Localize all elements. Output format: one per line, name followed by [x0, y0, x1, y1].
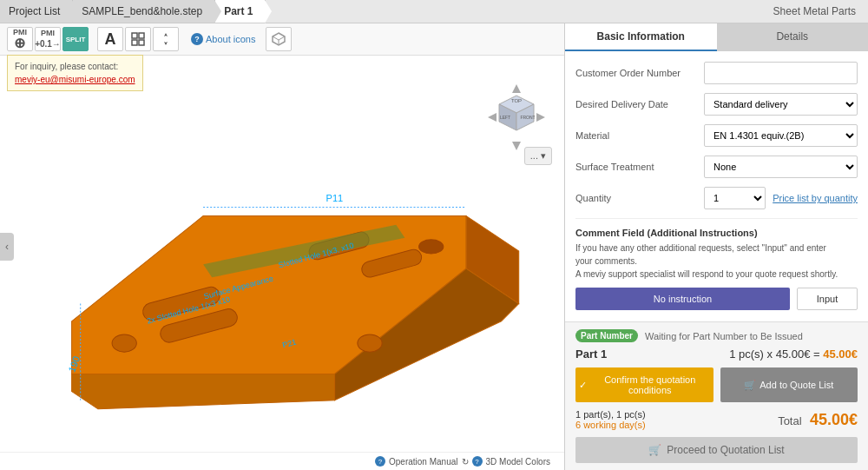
help2-icon: ?	[472, 456, 483, 467]
part-price: 1 pc(s) x 45.00€ = 45.00€	[729, 348, 858, 361]
split-button[interactable]: SPLIT	[62, 27, 89, 51]
cart-icon: 🛒	[744, 380, 756, 391]
part-number-badge: Part Number	[575, 329, 638, 342]
info-icon: ?	[191, 33, 203, 45]
quantity-select[interactable]: 1 2 5 10	[704, 187, 766, 209]
comment-text: If you have any other additional request…	[575, 242, 858, 281]
delivery-select[interactable]: Standard delivery Express Custom	[704, 93, 858, 116]
svg-rect-1	[139, 33, 144, 38]
about-icons-link[interactable]: ? About icons	[191, 33, 255, 45]
total-parts: 1 part(s), 1 pc(s)	[575, 409, 646, 420]
material-select[interactable]: EN 1.4301 equiv.(2B) Other	[704, 124, 858, 147]
3d-model-svg: 190 P11 Surface Appearance Slotted Hole …	[0, 76, 564, 427]
svg-line-7	[279, 36, 285, 40]
surface-label: Surface Treatment	[575, 162, 697, 172]
tab-details[interactable]: Details	[717, 23, 869, 51]
refresh-icon: ↻	[462, 457, 469, 467]
tab-basic-info[interactable]: Basic Information	[565, 23, 717, 51]
total-price-block: Total 45.00€	[778, 411, 858, 429]
svg-text:P11: P11	[326, 193, 344, 203]
inquiry-box: For inquiry, please contact: meviy-eu@mi…	[7, 55, 143, 91]
breadcrumb-part[interactable]: Part 1	[215, 0, 266, 23]
comment-buttons: No instruction Input	[575, 288, 858, 310]
delivery-label: Desired Delivery Date	[575, 99, 697, 109]
add-to-quote-list-button[interactable]: 🛒 Add to Quote List	[720, 367, 858, 402]
part-number-row: Part Number Waiting for Part Number to B…	[575, 329, 858, 342]
svg-point-27	[112, 334, 136, 352]
total-price: 45.00€	[810, 411, 858, 428]
operation-manual-link[interactable]: ? Operation Manual ↻	[375, 456, 469, 467]
pmi1-button[interactable]: PMI ⊕	[7, 27, 33, 51]
part-price-total: 45.00€	[823, 348, 858, 361]
quantity-label: Quantity	[575, 193, 697, 203]
no-instruction-button[interactable]: No instruction	[575, 288, 790, 310]
svg-line-6	[273, 36, 279, 40]
model-colors-link[interactable]: ? 3D Model Colors	[472, 456, 550, 467]
comment-section: Comment Field (Additional Instructions) …	[575, 218, 858, 310]
quantity-row: Quantity 1 2 5 10 Price list by quantity	[575, 187, 858, 209]
viewer-panel: PMI ⊕ PMI +0.1→ SPLIT A	[0, 23, 564, 470]
total-label: Total	[778, 414, 801, 427]
total-row: 1 part(s), 1 pc(s) 6 working day(s) Tota…	[575, 409, 858, 430]
confirm-quotation-button[interactable]: ✓ Confirm the quotation conditions	[575, 367, 713, 402]
breadcrumb-file[interactable]: SAMPLE_bend&hole.step	[73, 0, 215, 23]
quote-panel: Part Number Waiting for Part Number to B…	[565, 321, 868, 470]
surface-row: Surface Treatment None Polished Anodized	[575, 156, 858, 178]
delivery-row: Desired Delivery Date Standard delivery …	[575, 93, 858, 116]
customer-order-row: Customer Order Number	[575, 62, 858, 84]
total-days: 6 working day(s)	[575, 420, 646, 430]
part-price-row: Part 1 1 pc(s) x 45.00€ = 45.00€	[575, 348, 858, 361]
part-name: Part 1	[575, 348, 607, 361]
svg-marker-21	[72, 374, 335, 408]
arrows-button[interactable]	[153, 27, 179, 51]
svg-point-28	[419, 240, 444, 254]
pmi2-button[interactable]: PMI +0.1→	[35, 27, 61, 51]
collapse-panel-arrow[interactable]: ‹	[0, 233, 14, 261]
right-panel: Basic Information Details Customer Order…	[564, 23, 868, 470]
breadcrumb-spacer	[266, 0, 760, 23]
breadcrumb-bar: Project List SAMPLE_bend&hole.step Part …	[0, 0, 868, 23]
viewer-bottom: ? Operation Manual ↻ ? 3D Model Colors	[0, 452, 564, 470]
waiting-text: Waiting for Part Number to Be Issued	[645, 331, 803, 341]
material-label: Material	[575, 130, 697, 141]
price-list-link[interactable]: Price list by quantity	[773, 193, 858, 203]
comment-title: Comment Field (Additional Instructions)	[575, 228, 858, 238]
check-icon: ✓	[579, 380, 587, 391]
proceed-button[interactable]: 🛒 Proceed to Quotation List	[575, 437, 858, 463]
svg-rect-0	[132, 33, 137, 38]
view-group: A	[97, 27, 179, 51]
3d-icon-button[interactable]	[266, 27, 292, 51]
customer-order-input[interactable]	[704, 62, 858, 84]
main-layout: PMI ⊕ PMI +0.1→ SPLIT A	[0, 23, 868, 470]
cart2-icon: 🛒	[648, 444, 661, 456]
help-icon: ?	[375, 456, 385, 467]
surface-select[interactable]: None Polished Anodized	[704, 156, 858, 178]
form-panel: Customer Order Number Desired Delivery D…	[565, 51, 868, 321]
text-view-button[interactable]: A	[97, 27, 123, 51]
breadcrumb-project-list[interactable]: Project List	[0, 0, 73, 23]
tab-bar: Basic Information Details	[565, 23, 868, 51]
input-button[interactable]: Input	[797, 288, 858, 310]
svg-rect-3	[139, 40, 144, 45]
grid-view-button[interactable]	[125, 27, 151, 51]
svg-rect-2	[132, 40, 137, 45]
action-buttons: ✓ Confirm the quotation conditions 🛒 Add…	[575, 367, 858, 402]
breadcrumb-category: Sheet Metal Parts	[761, 0, 868, 23]
customer-order-label: Customer Order Number	[575, 68, 697, 78]
total-info: 1 part(s), 1 pc(s) 6 working day(s)	[575, 409, 646, 430]
svg-marker-4	[164, 33, 168, 45]
viewer-toolbar: PMI ⊕ PMI +0.1→ SPLIT A	[0, 23, 564, 56]
svg-point-29	[358, 334, 382, 352]
model-area: 190 P11 Surface Appearance Slotted Hole …	[0, 76, 564, 427]
pmi-group: PMI ⊕ PMI +0.1→ SPLIT	[7, 27, 89, 51]
material-row: Material EN 1.4301 equiv.(2B) Other	[575, 124, 858, 147]
